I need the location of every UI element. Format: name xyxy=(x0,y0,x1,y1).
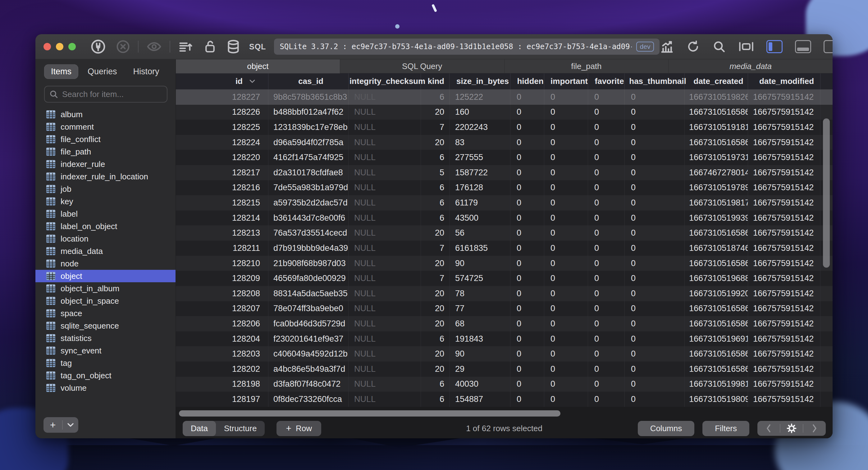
table-row[interactable]: 128206 fca0bd46d3d5729d NULL 20 68 0 0 0… xyxy=(176,316,833,331)
table-row[interactable]: 128226 b488bbf012a47f62 NULL 20 160 0 0 … xyxy=(176,105,833,120)
sidebar-item[interactable]: sqlite_sequence xyxy=(35,320,176,332)
search-input[interactable]: Search for item... xyxy=(44,86,167,102)
bottom-zone: Data Structure + Row 1 of 62 rows select… xyxy=(176,407,833,438)
sidebar-item[interactable]: tag_on_object xyxy=(35,369,176,382)
cell-cas-id: f230201641ef9e37 xyxy=(269,331,348,347)
column-header-has-thumbnail[interactable]: has_thumbnail xyxy=(625,74,685,89)
sidebar-item[interactable]: object xyxy=(35,270,176,282)
table-row[interactable]: 128209 46569fa80de00929 NULL 7 574725 0 … xyxy=(176,271,833,286)
bottom-bar: Data Structure + Row 1 of 62 rows select… xyxy=(176,418,833,438)
table-row[interactable]: 128198 d3fa8f07f48c0472 NULL 6 40030 0 0… xyxy=(176,377,833,392)
cell-important: 0 xyxy=(544,301,588,317)
structure-view-button[interactable]: Structure xyxy=(216,421,265,436)
cell-cas-id: d7b919bbb9de4a39 xyxy=(269,241,348,256)
search-icon[interactable] xyxy=(712,40,726,54)
sidebar-item[interactable]: label_on_object xyxy=(35,220,176,233)
sidebar-item[interactable]: object_in_album xyxy=(35,282,176,295)
column-header-id[interactable]: id xyxy=(176,74,269,89)
column-header-cas-id[interactable]: cas_id xyxy=(269,74,348,89)
columns-button[interactable]: Columns xyxy=(638,421,695,436)
settings-button[interactable] xyxy=(780,421,803,436)
zoom-window-button[interactable] xyxy=(68,43,76,50)
table-row[interactable]: 128215 a59735b2d2dac57d NULL 6 61179 0 0… xyxy=(176,195,833,210)
table-row[interactable]: 128202 a4bc86e5b49a3f7d NULL 20 29 0 0 0… xyxy=(176,361,833,377)
table-row[interactable]: 128227 9b8c578b3651c8b3 NULL 6 125222 0 … xyxy=(176,90,833,105)
refresh-icon[interactable] xyxy=(686,39,700,54)
horizontal-scrollbar[interactable] xyxy=(179,410,560,416)
sidebar-tab[interactable]: Queries xyxy=(81,64,124,79)
add-icon[interactable]: + xyxy=(43,418,62,432)
table-row[interactable]: 128217 d2a310178cfdfae8 NULL 5 1587722 0… xyxy=(176,165,833,180)
chevron-down-icon[interactable] xyxy=(63,422,78,428)
column-header-date-modified[interactable]: date_modified xyxy=(748,74,820,89)
sidebar-item[interactable]: comment xyxy=(35,121,176,133)
close-window-button[interactable] xyxy=(43,43,51,50)
table-row[interactable]: 128207 78e074ff3ba9ebe0 NULL 20 77 0 0 0… xyxy=(176,301,833,317)
chart-icon[interactable] xyxy=(659,39,674,54)
cell-date-created: 1667310516586 xyxy=(685,105,748,120)
column-header-date-created[interactable]: date_created xyxy=(685,74,748,89)
column-header-favorite[interactable]: favorite xyxy=(588,74,625,89)
table-row[interactable]: 128216 7de55a983b1a979d NULL 6 176128 0 … xyxy=(176,180,833,196)
column-header-important[interactable]: important xyxy=(544,74,588,89)
log-list-icon[interactable] xyxy=(178,40,193,54)
sidebar-item[interactable]: key xyxy=(35,195,176,208)
sidebar-item[interactable]: file_path xyxy=(35,145,176,158)
table-row[interactable]: 128224 d96a59d4f02f785a NULL 20 83 0 0 0… xyxy=(176,135,833,150)
sidebar-item[interactable]: album xyxy=(35,108,176,121)
sidebar-item[interactable]: volume xyxy=(35,382,176,394)
column-header-hidden[interactable]: hidden xyxy=(510,74,544,89)
sidebar-item[interactable]: sync_event xyxy=(35,345,176,357)
toggle-right-panel-icon[interactable] xyxy=(824,40,833,53)
sidebar-item[interactable]: indexer_rule_in_location xyxy=(35,170,176,183)
sidebar-tab[interactable]: History xyxy=(126,64,166,79)
sidebar-item[interactable]: tag xyxy=(35,357,176,369)
connection-title-field[interactable]: SQLite 3.37.2 : ec9e7c37-b753-4e1a-ad09-… xyxy=(274,38,659,55)
data-view-button[interactable]: Data xyxy=(183,421,216,436)
toggle-bottom-panel-icon[interactable] xyxy=(795,40,811,53)
document-tab[interactable]: object xyxy=(176,59,340,74)
table-row[interactable]: 128225 1231839bc17e78eb NULL 7 2202243 0… xyxy=(176,120,833,135)
table-row[interactable]: 128211 d7b919bbb9de4a39 NULL 7 6161835 0… xyxy=(176,241,833,256)
sidebar-item[interactable]: statistics xyxy=(35,332,176,345)
connect-icon[interactable] xyxy=(91,39,105,54)
document-tab[interactable]: media_data xyxy=(669,59,833,74)
sidebar-item[interactable]: space xyxy=(35,307,176,320)
database-icon[interactable] xyxy=(227,39,240,54)
toggle-left-panel-icon[interactable] xyxy=(767,40,782,53)
table-icon xyxy=(46,321,56,330)
table-row[interactable]: 128203 c406049a4592d12b NULL 20 90 0 0 0… xyxy=(176,346,833,361)
lock-open-icon[interactable] xyxy=(204,39,216,54)
column-header-size-in-bytes[interactable]: size_in_bytes xyxy=(450,74,510,89)
sidebar-item[interactable]: node xyxy=(35,257,176,270)
previous-page-button[interactable] xyxy=(757,421,780,436)
sidebar-item[interactable]: media_data xyxy=(35,245,176,257)
table-row[interactable]: 128204 f230201641ef9e37 NULL 6 191843 0 … xyxy=(176,331,833,347)
sidebar-item[interactable]: file_conflict xyxy=(35,133,176,145)
add-item-combo-button[interactable]: + xyxy=(43,417,78,433)
filters-button[interactable]: Filters xyxy=(703,421,749,436)
sidebar-tab[interactable]: Items xyxy=(44,64,78,79)
window-controls xyxy=(43,43,76,50)
table-row[interactable]: 128220 4162f1475a74f925 NULL 6 277555 0 … xyxy=(176,150,833,165)
resize-width-icon[interactable] xyxy=(739,40,754,53)
add-row-button[interactable]: + Row xyxy=(277,421,321,436)
minimize-window-button[interactable] xyxy=(56,43,63,50)
table-row[interactable]: 128197 0f8dec733260fcca NULL 6 154887 0 … xyxy=(176,392,833,407)
sidebar-item[interactable]: location xyxy=(35,233,176,245)
chevron-right-icon xyxy=(811,423,818,433)
sidebar-item[interactable]: label xyxy=(35,208,176,220)
document-tab[interactable]: file_path xyxy=(504,59,669,74)
sidebar-item[interactable]: indexer_rule xyxy=(35,158,176,170)
document-tab[interactable]: SQL Query xyxy=(340,59,504,74)
column-header-integrity-checksum[interactable]: integrity_checksum xyxy=(348,74,421,89)
next-page-button[interactable] xyxy=(803,421,826,436)
column-header-kind[interactable]: kind xyxy=(421,74,450,89)
table-row[interactable]: 128214 b361443d7c8e00f6 NULL 6 43500 0 0… xyxy=(176,210,833,226)
table-row[interactable]: 128208 88314a5dac5aeb35 NULL 20 78 0 0 0… xyxy=(176,286,833,301)
table-row[interactable]: 128210 21b908f68b987d03 NULL 20 90 0 0 0… xyxy=(176,256,833,271)
sidebar-item[interactable]: object_in_space xyxy=(35,295,176,307)
table-row[interactable]: 128213 76a537d35514cecd NULL 20 56 0 0 0… xyxy=(176,225,833,241)
vertical-scrollbar[interactable] xyxy=(823,118,830,268)
sidebar-item[interactable]: job xyxy=(35,183,176,195)
